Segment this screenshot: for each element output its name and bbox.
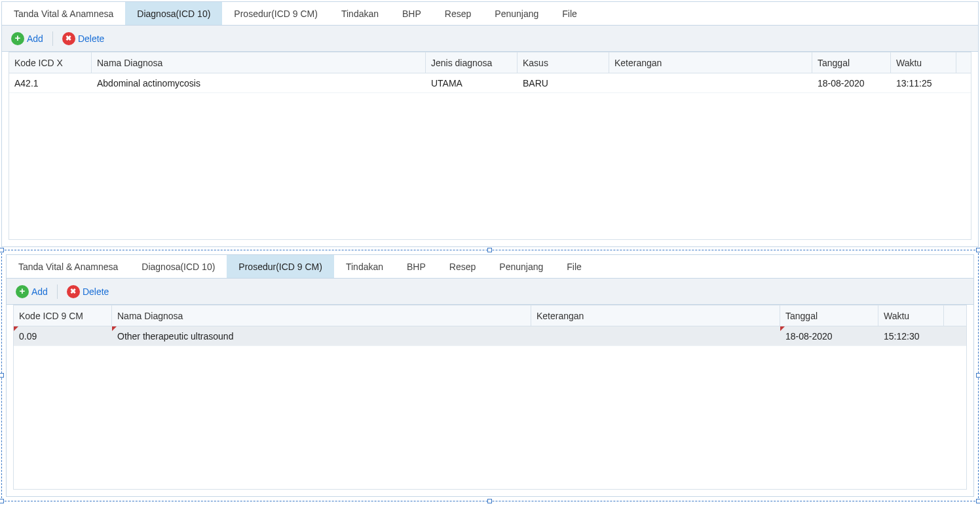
prosedur-panel: Tanda Vital & Anamnesa Diagnosa(ICD 10) … [6, 254, 974, 497]
resize-handle-mid-left[interactable] [0, 373, 4, 378]
cell-tanggal: 18-08-2020 [812, 73, 891, 92]
cell-kode: 0.09 [14, 326, 112, 345]
add-button[interactable]: Add [9, 31, 46, 47]
tab-file[interactable]: File [550, 2, 589, 25]
col-jenis[interactable]: Jenis diagnosa [426, 52, 518, 73]
diagnosa-panel: Tanda Vital & Anamnesa Diagnosa(ICD 10) … [1, 1, 979, 247]
toolbar: Add Delete [2, 26, 978, 52]
col-kode[interactable]: Kode ICD X [9, 52, 92, 73]
plus-icon [11, 32, 24, 45]
col-waktu[interactable]: Waktu [878, 305, 944, 326]
col-kasus[interactable]: Kasus [518, 52, 609, 73]
table-row[interactable]: 0.09 Other therapeutic ultrasound 18-08-… [14, 326, 966, 346]
add-button[interactable]: Add [13, 284, 50, 300]
col-waktu[interactable]: Waktu [891, 52, 956, 73]
col-nama[interactable]: Nama Diagnosa [112, 305, 531, 326]
table-row[interactable]: A42.1 Abdominal actinomycosis UTAMA BARU… [9, 73, 971, 93]
delete-icon [62, 32, 75, 45]
resize-handle-bottom-left[interactable] [0, 499, 4, 503]
tab-prosedur[interactable]: Prosedur(ICD 9 CM) [227, 255, 334, 278]
col-tanggal[interactable]: Tanggal [812, 52, 891, 73]
resize-handle-top-left[interactable] [0, 248, 4, 252]
resize-handle-bottom-right[interactable] [976, 499, 980, 503]
resize-handle-top-center[interactable] [487, 248, 492, 252]
resize-handle-top-right[interactable] [976, 248, 980, 252]
toolbar: Add Delete [7, 279, 973, 305]
add-label: Add [31, 286, 48, 297]
delete-label: Delete [78, 33, 104, 44]
delete-label: Delete [83, 286, 109, 297]
col-kode[interactable]: Kode ICD 9 CM [14, 305, 112, 326]
tab-bhp[interactable]: BHP [390, 2, 433, 25]
tab-file[interactable]: File [555, 255, 594, 278]
cell-waktu: 13:11:25 [891, 73, 956, 92]
delete-icon [67, 285, 80, 298]
plus-icon [16, 285, 29, 298]
tab-bhp[interactable]: BHP [395, 255, 438, 278]
tab-prosedur[interactable]: Prosedur(ICD 9 CM) [222, 2, 330, 25]
tab-penunjang[interactable]: Penunjang [483, 2, 550, 25]
col-keterangan[interactable]: Keterangan [609, 52, 812, 73]
cell-waktu: 15:12:30 [878, 326, 944, 345]
grid-container: Kode ICD 9 CM Nama Diagnosa Keterangan T… [7, 305, 973, 496]
tab-tindakan[interactable]: Tindakan [330, 2, 390, 25]
cell-kode: A42.1 [9, 73, 92, 92]
col-tanggal[interactable]: Tanggal [780, 305, 878, 326]
delete-button[interactable]: Delete [60, 31, 107, 47]
cell-kasus: BARU [518, 73, 609, 92]
tab-tanda-vital[interactable]: Tanda Vital & Anamnesa [2, 2, 125, 25]
tab-resep[interactable]: Resep [433, 2, 483, 25]
col-spacer [944, 305, 966, 326]
delete-button[interactable]: Delete [64, 284, 111, 300]
tab-resep[interactable]: Resep [438, 255, 487, 278]
tabs-bar: Tanda Vital & Anamnesa Diagnosa(ICD 10) … [7, 255, 973, 279]
tab-tindakan[interactable]: Tindakan [334, 255, 395, 278]
tab-tanda-vital[interactable]: Tanda Vital & Anamnesa [7, 255, 130, 278]
cell-keterangan [531, 326, 780, 345]
toolbar-separator [52, 31, 53, 46]
resize-handle-bottom-center[interactable] [487, 499, 492, 503]
col-nama[interactable]: Nama Diagnosa [92, 52, 426, 73]
col-keterangan[interactable]: Keterangan [531, 305, 780, 326]
add-label: Add [27, 33, 43, 44]
col-spacer [956, 52, 971, 73]
designer-selection: Tanda Vital & Anamnesa Diagnosa(ICD 10) … [1, 250, 979, 501]
tabs-bar: Tanda Vital & Anamnesa Diagnosa(ICD 10) … [2, 2, 978, 26]
grid-header: Kode ICD 9 CM Nama Diagnosa Keterangan T… [14, 305, 966, 326]
cell-jenis: UTAMA [426, 73, 518, 92]
cell-nama: Other therapeutic ultrasound [112, 326, 531, 345]
cell-keterangan [609, 73, 812, 92]
grid-container: Kode ICD X Nama Diagnosa Jenis diagnosa … [2, 52, 978, 246]
resize-handle-mid-right[interactable] [976, 373, 980, 378]
toolbar-separator [57, 284, 58, 299]
tab-penunjang[interactable]: Penunjang [487, 255, 555, 278]
tab-diagnosa[interactable]: Diagnosa(ICD 10) [125, 2, 222, 25]
cell-nama: Abdominal actinomycosis [92, 73, 426, 92]
grid-header: Kode ICD X Nama Diagnosa Jenis diagnosa … [9, 52, 971, 73]
tab-diagnosa[interactable]: Diagnosa(ICD 10) [130, 255, 227, 278]
cell-tanggal: 18-08-2020 [780, 326, 878, 345]
